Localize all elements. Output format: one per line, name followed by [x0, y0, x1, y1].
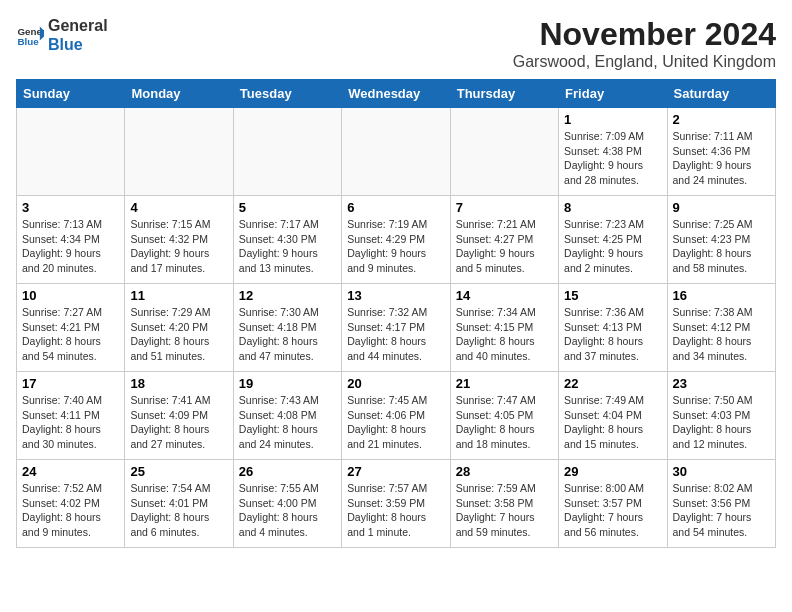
day-number: 17	[22, 376, 119, 391]
calendar-cell: 10Sunrise: 7:27 AM Sunset: 4:21 PM Dayli…	[17, 284, 125, 372]
calendar-cell: 21Sunrise: 7:47 AM Sunset: 4:05 PM Dayli…	[450, 372, 558, 460]
day-number: 25	[130, 464, 227, 479]
day-number: 4	[130, 200, 227, 215]
calendar-cell: 23Sunrise: 7:50 AM Sunset: 4:03 PM Dayli…	[667, 372, 775, 460]
day-number: 14	[456, 288, 553, 303]
day-number: 26	[239, 464, 336, 479]
day-info: Sunrise: 7:15 AM Sunset: 4:32 PM Dayligh…	[130, 217, 227, 276]
day-number: 29	[564, 464, 661, 479]
calendar-cell: 3Sunrise: 7:13 AM Sunset: 4:34 PM Daylig…	[17, 196, 125, 284]
day-info: Sunrise: 7:13 AM Sunset: 4:34 PM Dayligh…	[22, 217, 119, 276]
calendar-cell: 8Sunrise: 7:23 AM Sunset: 4:25 PM Daylig…	[559, 196, 667, 284]
calendar-cell	[450, 108, 558, 196]
day-info: Sunrise: 8:00 AM Sunset: 3:57 PM Dayligh…	[564, 481, 661, 540]
day-number: 2	[673, 112, 770, 127]
day-number: 3	[22, 200, 119, 215]
day-number: 21	[456, 376, 553, 391]
calendar-cell	[125, 108, 233, 196]
calendar-cell: 28Sunrise: 7:59 AM Sunset: 3:58 PM Dayli…	[450, 460, 558, 548]
day-info: Sunrise: 7:52 AM Sunset: 4:02 PM Dayligh…	[22, 481, 119, 540]
calendar-cell: 9Sunrise: 7:25 AM Sunset: 4:23 PM Daylig…	[667, 196, 775, 284]
day-info: Sunrise: 7:59 AM Sunset: 3:58 PM Dayligh…	[456, 481, 553, 540]
day-number: 18	[130, 376, 227, 391]
calendar-week-row: 24Sunrise: 7:52 AM Sunset: 4:02 PM Dayli…	[17, 460, 776, 548]
day-info: Sunrise: 7:49 AM Sunset: 4:04 PM Dayligh…	[564, 393, 661, 452]
calendar-cell: 6Sunrise: 7:19 AM Sunset: 4:29 PM Daylig…	[342, 196, 450, 284]
calendar-cell: 25Sunrise: 7:54 AM Sunset: 4:01 PM Dayli…	[125, 460, 233, 548]
day-number: 22	[564, 376, 661, 391]
calendar-cell: 19Sunrise: 7:43 AM Sunset: 4:08 PM Dayli…	[233, 372, 341, 460]
day-info: Sunrise: 7:21 AM Sunset: 4:27 PM Dayligh…	[456, 217, 553, 276]
logo-blue: Blue	[48, 35, 108, 54]
day-number: 24	[22, 464, 119, 479]
day-number: 1	[564, 112, 661, 127]
day-number: 30	[673, 464, 770, 479]
calendar-cell: 30Sunrise: 8:02 AM Sunset: 3:56 PM Dayli…	[667, 460, 775, 548]
calendar-cell: 20Sunrise: 7:45 AM Sunset: 4:06 PM Dayli…	[342, 372, 450, 460]
day-info: Sunrise: 7:40 AM Sunset: 4:11 PM Dayligh…	[22, 393, 119, 452]
calendar-cell	[17, 108, 125, 196]
weekday-header-tuesday: Tuesday	[233, 80, 341, 108]
day-info: Sunrise: 7:38 AM Sunset: 4:12 PM Dayligh…	[673, 305, 770, 364]
calendar-cell: 1Sunrise: 7:09 AM Sunset: 4:38 PM Daylig…	[559, 108, 667, 196]
calendar-cell: 11Sunrise: 7:29 AM Sunset: 4:20 PM Dayli…	[125, 284, 233, 372]
day-info: Sunrise: 7:41 AM Sunset: 4:09 PM Dayligh…	[130, 393, 227, 452]
day-info: Sunrise: 7:34 AM Sunset: 4:15 PM Dayligh…	[456, 305, 553, 364]
day-number: 15	[564, 288, 661, 303]
weekday-header-wednesday: Wednesday	[342, 80, 450, 108]
calendar-table: SundayMondayTuesdayWednesdayThursdayFrid…	[16, 79, 776, 548]
day-number: 20	[347, 376, 444, 391]
day-number: 27	[347, 464, 444, 479]
day-info: Sunrise: 7:57 AM Sunset: 3:59 PM Dayligh…	[347, 481, 444, 540]
svg-text:Blue: Blue	[17, 36, 39, 47]
day-number: 16	[673, 288, 770, 303]
weekday-header-thursday: Thursday	[450, 80, 558, 108]
weekday-header-row: SundayMondayTuesdayWednesdayThursdayFrid…	[17, 80, 776, 108]
day-info: Sunrise: 7:17 AM Sunset: 4:30 PM Dayligh…	[239, 217, 336, 276]
calendar-cell: 15Sunrise: 7:36 AM Sunset: 4:13 PM Dayli…	[559, 284, 667, 372]
logo-icon: General Blue	[16, 21, 44, 49]
location-title: Garswood, England, United Kingdom	[513, 53, 776, 71]
day-number: 28	[456, 464, 553, 479]
calendar-cell: 12Sunrise: 7:30 AM Sunset: 4:18 PM Dayli…	[233, 284, 341, 372]
day-number: 6	[347, 200, 444, 215]
day-info: Sunrise: 7:55 AM Sunset: 4:00 PM Dayligh…	[239, 481, 336, 540]
calendar-cell: 24Sunrise: 7:52 AM Sunset: 4:02 PM Dayli…	[17, 460, 125, 548]
calendar-cell: 5Sunrise: 7:17 AM Sunset: 4:30 PM Daylig…	[233, 196, 341, 284]
calendar-cell: 26Sunrise: 7:55 AM Sunset: 4:00 PM Dayli…	[233, 460, 341, 548]
day-info: Sunrise: 7:25 AM Sunset: 4:23 PM Dayligh…	[673, 217, 770, 276]
calendar-cell: 7Sunrise: 7:21 AM Sunset: 4:27 PM Daylig…	[450, 196, 558, 284]
title-block: November 2024 Garswood, England, United …	[513, 16, 776, 71]
day-number: 10	[22, 288, 119, 303]
day-info: Sunrise: 7:09 AM Sunset: 4:38 PM Dayligh…	[564, 129, 661, 188]
day-info: Sunrise: 8:02 AM Sunset: 3:56 PM Dayligh…	[673, 481, 770, 540]
day-info: Sunrise: 7:32 AM Sunset: 4:17 PM Dayligh…	[347, 305, 444, 364]
day-info: Sunrise: 7:27 AM Sunset: 4:21 PM Dayligh…	[22, 305, 119, 364]
weekday-header-sunday: Sunday	[17, 80, 125, 108]
month-title: November 2024	[513, 16, 776, 53]
calendar-cell: 27Sunrise: 7:57 AM Sunset: 3:59 PM Dayli…	[342, 460, 450, 548]
day-number: 9	[673, 200, 770, 215]
weekday-header-saturday: Saturday	[667, 80, 775, 108]
weekday-header-friday: Friday	[559, 80, 667, 108]
day-number: 5	[239, 200, 336, 215]
day-info: Sunrise: 7:30 AM Sunset: 4:18 PM Dayligh…	[239, 305, 336, 364]
day-info: Sunrise: 7:23 AM Sunset: 4:25 PM Dayligh…	[564, 217, 661, 276]
calendar-cell: 13Sunrise: 7:32 AM Sunset: 4:17 PM Dayli…	[342, 284, 450, 372]
logo-general: General	[48, 16, 108, 35]
day-number: 23	[673, 376, 770, 391]
calendar-cell: 14Sunrise: 7:34 AM Sunset: 4:15 PM Dayli…	[450, 284, 558, 372]
day-info: Sunrise: 7:47 AM Sunset: 4:05 PM Dayligh…	[456, 393, 553, 452]
calendar-cell: 18Sunrise: 7:41 AM Sunset: 4:09 PM Dayli…	[125, 372, 233, 460]
day-number: 12	[239, 288, 336, 303]
day-number: 7	[456, 200, 553, 215]
page-header: General Blue General Blue November 2024 …	[16, 16, 776, 71]
day-number: 13	[347, 288, 444, 303]
calendar-cell: 22Sunrise: 7:49 AM Sunset: 4:04 PM Dayli…	[559, 372, 667, 460]
calendar-cell: 17Sunrise: 7:40 AM Sunset: 4:11 PM Dayli…	[17, 372, 125, 460]
day-info: Sunrise: 7:11 AM Sunset: 4:36 PM Dayligh…	[673, 129, 770, 188]
day-info: Sunrise: 7:43 AM Sunset: 4:08 PM Dayligh…	[239, 393, 336, 452]
calendar-cell: 29Sunrise: 8:00 AM Sunset: 3:57 PM Dayli…	[559, 460, 667, 548]
day-info: Sunrise: 7:54 AM Sunset: 4:01 PM Dayligh…	[130, 481, 227, 540]
day-info: Sunrise: 7:29 AM Sunset: 4:20 PM Dayligh…	[130, 305, 227, 364]
